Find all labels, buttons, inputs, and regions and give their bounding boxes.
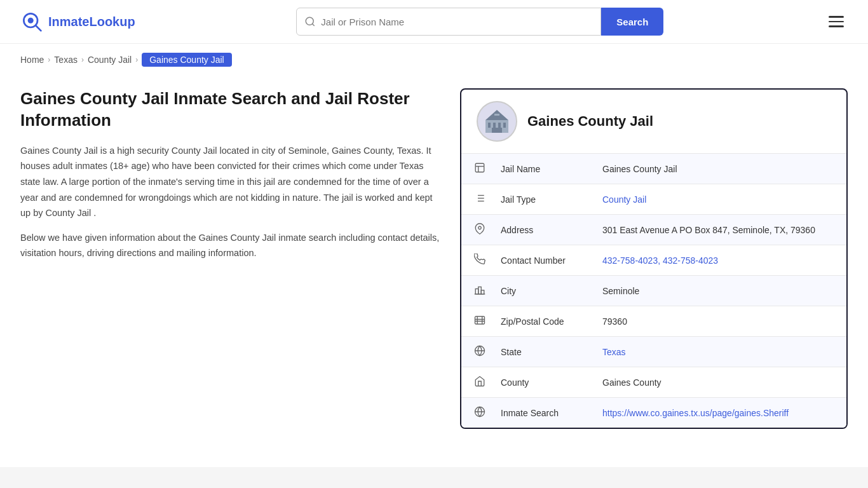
svg-rect-10 (492, 128, 502, 133)
svg-line-2 (36, 25, 41, 30)
field-value-link[interactable]: https://www.co.gaines.tx.us/page/gaines.… (602, 408, 789, 418)
svg-point-3 (306, 17, 314, 25)
svg-rect-13 (475, 163, 484, 172)
site-logo[interactable]: InmateLookup (20, 10, 135, 33)
field-label: State (488, 337, 590, 367)
svg-rect-8 (498, 123, 501, 128)
hamburger-menu[interactable] (825, 12, 848, 31)
svg-rect-6 (488, 123, 491, 128)
jail-icon (461, 154, 488, 184)
field-label: Zip/Postal Code (488, 306, 590, 337)
table-row: CitySeminole (461, 276, 846, 306)
zip-icon (461, 306, 488, 337)
hamburger-line (829, 16, 844, 18)
hamburger-line (829, 25, 844, 27)
field-label: Address (488, 215, 590, 245)
field-label: Jail Type (488, 184, 590, 215)
search-button[interactable]: Search (601, 8, 663, 36)
table-row: Inmate Searchhttps://www.co.gaines.tx.us… (461, 398, 846, 428)
field-label: Inmate Search (488, 398, 590, 428)
field-value[interactable]: Texas (590, 337, 846, 367)
breadcrumb-state[interactable]: Texas (54, 55, 78, 65)
svg-line-4 (313, 24, 315, 25)
field-label: Jail Name (488, 154, 590, 184)
city-icon (461, 276, 488, 306)
page-title: Gaines County Jail Inmate Search and Jai… (20, 88, 440, 132)
field-value[interactable]: https://www.co.gaines.tx.us/page/gaines.… (590, 398, 846, 428)
page-footer (0, 467, 868, 488)
search-input[interactable] (321, 17, 593, 27)
courthouse-icon (483, 107, 511, 135)
site-header: InmateLookup Search (0, 0, 868, 44)
state-icon (461, 337, 488, 367)
web-icon (461, 398, 488, 428)
card-header: Gaines County Jail (461, 90, 846, 154)
logo-text: InmateLookup (48, 15, 135, 29)
table-row: Address301 East Avenue A PO Box 847, Sem… (461, 215, 846, 245)
svg-point-22 (478, 226, 482, 229)
card-title: Gaines County Jail (527, 113, 653, 130)
search-icon (304, 16, 316, 27)
field-value-link[interactable]: County Jail (602, 194, 646, 205)
breadcrumb-sep: › (48, 55, 50, 64)
phone-icon (461, 245, 488, 276)
field-value: Gaines County Jail (590, 154, 846, 184)
hamburger-line (829, 21, 844, 23)
jail-thumbnail (477, 101, 517, 142)
breadcrumb: Home › Texas › County Jail › Gaines Coun… (0, 44, 868, 76)
description-para-2: Below we have given information about th… (20, 230, 440, 261)
field-value: Gaines County (590, 367, 846, 398)
jail-info-card: Gaines County Jail Jail NameGaines Count… (460, 88, 848, 429)
table-row: Zip/Postal Code79360 (461, 306, 846, 337)
search-wrapper (296, 8, 601, 36)
county-icon (461, 367, 488, 398)
field-label: Contact Number (488, 245, 590, 276)
svg-point-1 (28, 18, 34, 24)
table-row: StateTexas (461, 337, 846, 367)
logo-icon (20, 10, 43, 33)
table-row: Jail TypeCounty Jail (461, 184, 846, 215)
field-value: Seminole (590, 276, 846, 306)
type-icon (461, 184, 488, 215)
svg-rect-7 (493, 123, 496, 128)
description-para-1: Gaines County Jail is a high security Co… (20, 143, 440, 221)
address-icon (461, 215, 488, 245)
table-row: Jail NameGaines County Jail (461, 154, 846, 184)
breadcrumb-home[interactable]: Home (20, 55, 44, 65)
svg-rect-9 (503, 123, 506, 128)
field-value-link[interactable]: 432-758-4023, 432-758-4023 (602, 255, 718, 266)
table-row: Contact Number432-758-4023, 432-758-4023 (461, 245, 846, 276)
left-column: Gaines County Jail Inmate Search and Jai… (20, 88, 440, 270)
svg-rect-12 (494, 114, 499, 116)
field-value[interactable]: County Jail (590, 184, 846, 215)
search-area: Search (296, 8, 663, 36)
table-row: CountyGaines County (461, 367, 846, 398)
breadcrumb-sep: › (81, 55, 84, 64)
breadcrumb-sep: › (135, 55, 138, 64)
breadcrumb-current: Gaines County Jail (142, 53, 232, 67)
field-label: County (488, 367, 590, 398)
svg-rect-27 (475, 316, 485, 324)
main-layout: Gaines County Jail Inmate Search and Jai… (0, 76, 868, 454)
field-value: 79360 (590, 306, 846, 337)
info-table: Jail NameGaines County JailJail TypeCoun… (461, 154, 846, 428)
field-value: 301 East Avenue A PO Box 847, Seminole, … (590, 215, 846, 245)
field-label: City (488, 276, 590, 306)
field-value-link[interactable]: Texas (602, 347, 626, 357)
field-value[interactable]: 432-758-4023, 432-758-4023 (590, 245, 846, 276)
svg-rect-25 (481, 290, 484, 294)
breadcrumb-type[interactable]: County Jail (88, 55, 132, 65)
